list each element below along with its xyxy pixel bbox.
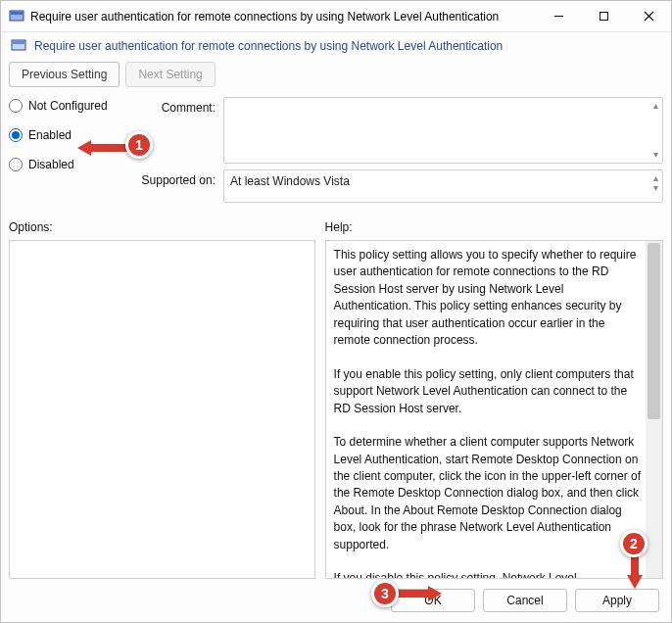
radio-not-configured[interactable]: Not Configured: [9, 99, 126, 113]
titlebar: Require user authentication for remote c…: [1, 1, 671, 32]
policy-icon: [11, 38, 26, 54]
svg-rect-7: [13, 41, 24, 44]
scroll-arrows-icon[interactable]: ▴▾: [653, 173, 658, 193]
radio-icon: [9, 128, 23, 142]
radio-label: Disabled: [28, 158, 74, 171]
ok-button[interactable]: OK: [391, 589, 475, 612]
next-setting-button[interactable]: Next Setting: [125, 62, 215, 87]
options-panel[interactable]: [9, 240, 315, 579]
minimize-button[interactable]: [536, 1, 581, 31]
window-title: Require user authentication for remote c…: [30, 10, 536, 24]
options-label: Options:: [9, 220, 315, 234]
help-panel: This policy setting allows you to specif…: [325, 240, 663, 579]
dialog-footer: OK Cancel Apply: [1, 579, 671, 622]
policy-dialog: Require user authentication for remote c…: [0, 0, 672, 623]
scrollbar[interactable]: [646, 241, 662, 578]
help-label: Help:: [325, 220, 663, 234]
subheader: Require user authentication for remote c…: [1, 32, 671, 56]
close-button[interactable]: [626, 1, 671, 31]
previous-setting-button[interactable]: Previous Setting: [9, 62, 120, 87]
nav-buttons: Previous Setting Next Setting: [1, 56, 671, 97]
radio-disabled[interactable]: Disabled: [9, 158, 126, 171]
scroll-down-icon[interactable]: ▾: [653, 150, 658, 160]
apply-button[interactable]: Apply: [575, 589, 659, 612]
comment-label: Comment:: [128, 97, 221, 115]
radio-enabled[interactable]: Enabled: [9, 128, 126, 142]
supported-on-field: At least Windows Vista ▴▾: [223, 169, 663, 203]
radio-icon: [9, 158, 23, 171]
state-radio-group: Not Configured Enabled Disabled: [9, 97, 126, 171]
supported-on-label: Supported on:: [128, 169, 221, 187]
radio-label: Enabled: [28, 128, 72, 142]
scroll-up-icon[interactable]: ▴: [653, 101, 658, 111]
radio-label: Not Configured: [28, 99, 108, 113]
scrollbar-thumb[interactable]: [648, 243, 660, 419]
policy-icon: [9, 9, 24, 24]
supported-on-value: At least Windows Vista: [230, 174, 350, 188]
radio-icon: [9, 99, 23, 113]
system-buttons: [536, 1, 671, 31]
svg-rect-3: [600, 13, 607, 21]
svg-rect-1: [11, 12, 23, 15]
policy-title: Require user authentication for remote c…: [34, 39, 503, 53]
maximize-button[interactable]: [581, 1, 626, 31]
cancel-button[interactable]: Cancel: [483, 589, 567, 612]
help-text: This policy setting allows you to specif…: [326, 241, 662, 578]
comment-textarea[interactable]: ▴ ▾: [223, 97, 663, 164]
